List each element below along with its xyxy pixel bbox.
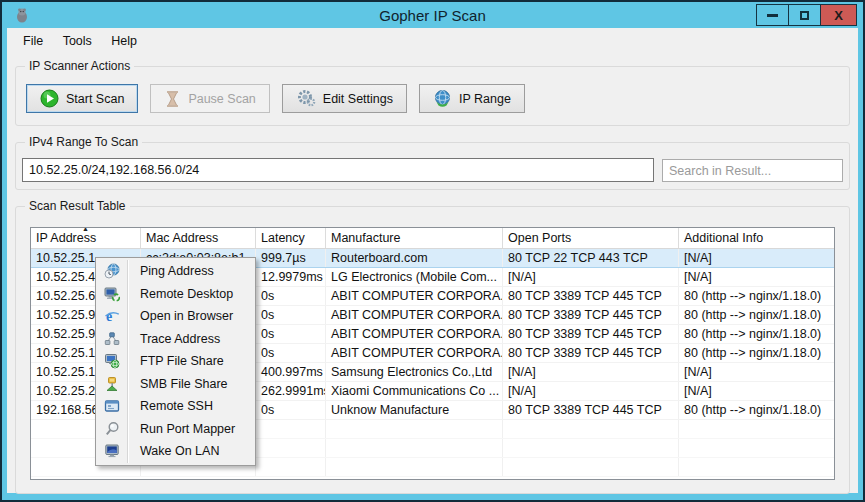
cell-ports: 80 TCP 3389 TCP 445 TCP xyxy=(503,306,679,324)
ping-icon xyxy=(97,263,127,279)
menu-item-label: Trace Address xyxy=(127,332,220,346)
minimize-icon xyxy=(767,14,778,17)
menu-item-label: Ping Address xyxy=(127,264,214,278)
cell-info: [N/A] xyxy=(679,268,834,286)
start-scan-button[interactable]: Start Scan xyxy=(26,84,138,113)
search-input[interactable] xyxy=(662,159,843,182)
column-header-open-ports[interactable]: Open Ports xyxy=(503,228,679,248)
cell-info: 80 (http --> nginx/1.18.0) xyxy=(679,325,834,343)
pause-scan-label: Pause Scan xyxy=(188,92,255,106)
gear-icon xyxy=(296,89,316,108)
cell-manufacture: Routerboard.com xyxy=(326,249,503,267)
cell-ports: 80 TCP 3389 TCP 445 TCP xyxy=(503,401,679,419)
cell-ports: 80 TCP 22 TCP 443 TCP xyxy=(503,249,679,267)
column-header-latency[interactable]: Latency xyxy=(256,228,326,248)
cell-latency: 0s xyxy=(256,344,326,362)
start-scan-label: Start Scan xyxy=(66,92,124,106)
menu-tools[interactable]: Tools xyxy=(55,33,100,49)
menubar: File Tools Help xyxy=(7,28,858,52)
menu-item-label: FTP File Share xyxy=(127,354,224,368)
menu-item-label: SMB File Share xyxy=(127,377,228,391)
cell-ports: 80 TCP 3389 TCP 445 TCP xyxy=(503,344,679,362)
cell-ports: [N/A] xyxy=(503,382,679,400)
menu-item-ftp-file-share[interactable]: FTP File Share xyxy=(97,350,254,373)
cell-manufacture: Xiaomi Communications Co ... xyxy=(326,382,503,400)
context-menu: Ping Address Remote Desktop e xyxy=(95,257,256,466)
menu-item-label: Remote SSH xyxy=(127,399,213,413)
cell-info: 80 (http --> nginx/1.18.0) xyxy=(679,344,834,362)
menu-item-wake-on-lan[interactable]: Wake On LAN xyxy=(97,440,254,463)
ip-range-button[interactable]: IP Range xyxy=(419,84,525,113)
trace-route-icon xyxy=(97,331,127,347)
cell-info: 80 (http --> nginx/1.18.0) xyxy=(679,287,834,305)
cell-manufacture: ABIT COMPUTER CORPORA... xyxy=(326,287,503,305)
column-header-mac[interactable]: Mac Address xyxy=(141,228,256,248)
group-scanner-actions-label: IP Scanner Actions xyxy=(25,59,134,73)
menu-gutter-divider xyxy=(127,260,129,463)
cell-info: 80 (http --> nginx/1.18.0) xyxy=(679,401,834,419)
maximize-button[interactable] xyxy=(788,4,821,26)
app-window: Gopher IP Scan X File Tools Help IP Scan… xyxy=(0,0,865,502)
group-scanner-actions: IP Scanner Actions Start Scan xyxy=(15,66,850,126)
edit-settings-label: Edit Settings xyxy=(323,92,393,106)
cell-info: 80 (http --> nginx/1.18.0) xyxy=(679,306,834,324)
cell-manufacture: ABIT COMPUTER CORPORA... xyxy=(326,325,503,343)
menu-item-label: Wake On LAN xyxy=(127,444,219,458)
globe-icon xyxy=(433,89,452,108)
cell-ports: [N/A] xyxy=(503,268,679,286)
menu-item-remote-desktop[interactable]: Remote Desktop xyxy=(97,283,254,306)
cell-manufacture: ABIT COMPUTER CORPORA... xyxy=(326,306,503,324)
maximize-icon xyxy=(800,11,809,20)
play-icon xyxy=(40,89,59,108)
group-ipv4-range-label: IPv4 Range To Scan xyxy=(25,135,142,149)
cell-manufacture: Samsung Electronics Co.,Ltd xyxy=(326,363,503,381)
column-header-ip[interactable]: IP Address ▲ xyxy=(31,228,141,248)
titlebar[interactable]: Gopher IP Scan X xyxy=(2,2,863,28)
ftp-share-icon xyxy=(97,353,127,369)
smb-share-icon xyxy=(97,376,127,392)
ip-range-label: IP Range xyxy=(459,92,511,106)
pause-scan-button[interactable]: Pause Scan xyxy=(150,84,269,113)
close-icon: X xyxy=(834,9,843,22)
cell-ports: [N/A] xyxy=(503,363,679,381)
cell-ports: 80 TCP 3389 TCP 445 TCP xyxy=(503,287,679,305)
svg-text:e: e xyxy=(106,309,112,324)
cell-manufacture: ABIT COMPUTER CORPORA... xyxy=(326,344,503,362)
cell-manufacture: Unknow Manufacture xyxy=(326,401,503,419)
cell-latency: 0s xyxy=(256,401,326,419)
cell-info: [N/A] xyxy=(679,363,834,381)
close-button[interactable]: X xyxy=(820,4,857,26)
cell-latency: 0s xyxy=(256,306,326,324)
group-ipv4-range: IPv4 Range To Scan xyxy=(15,142,850,190)
minimize-button[interactable] xyxy=(756,4,789,26)
menu-help[interactable]: Help xyxy=(103,33,145,49)
cell-latency: 400.997ms xyxy=(256,363,326,381)
menu-item-label: Open in Browser xyxy=(127,309,233,323)
cell-info: [N/A] xyxy=(679,382,834,400)
ssh-terminal-icon xyxy=(97,398,127,414)
column-header-manufacture[interactable]: Manufacture xyxy=(326,228,503,248)
cell-latency: 262.9991ms xyxy=(256,382,326,400)
window-title: Gopher IP Scan xyxy=(2,2,863,28)
cell-latency: 0s xyxy=(256,325,326,343)
menu-item-label: Run Port Mapper xyxy=(127,422,235,436)
cell-latency: 12.9979ms xyxy=(256,268,326,286)
menu-file[interactable]: File xyxy=(15,33,51,49)
column-header-additional-info[interactable]: Additional Info xyxy=(679,228,834,248)
menu-item-smb-file-share[interactable]: SMB File Share xyxy=(97,373,254,396)
cell-ports: 80 TCP 3389 TCP 445 TCP xyxy=(503,325,679,343)
remote-desktop-icon xyxy=(97,286,127,302)
menu-item-run-port-mapper[interactable]: Run Port Mapper xyxy=(97,418,254,441)
port-mapper-icon xyxy=(97,421,127,437)
cell-latency: 999.7µs xyxy=(256,249,326,267)
menu-item-remote-ssh[interactable]: Remote SSH xyxy=(97,395,254,418)
browser-icon: e xyxy=(97,308,127,324)
menu-item-open-in-browser[interactable]: e Open in Browser xyxy=(97,305,254,328)
ip-range-input[interactable] xyxy=(22,158,654,182)
table-header-row: IP Address ▲ Mac Address Latency Manufac… xyxy=(31,228,834,249)
edit-settings-button[interactable]: Edit Settings xyxy=(282,84,407,113)
menu-item-trace-address[interactable]: Trace Address xyxy=(97,328,254,351)
wake-on-lan-icon xyxy=(97,443,127,459)
menu-item-ping-address[interactable]: Ping Address xyxy=(97,260,254,283)
cell-manufacture: LG Electronics (Mobile Com... xyxy=(326,268,503,286)
